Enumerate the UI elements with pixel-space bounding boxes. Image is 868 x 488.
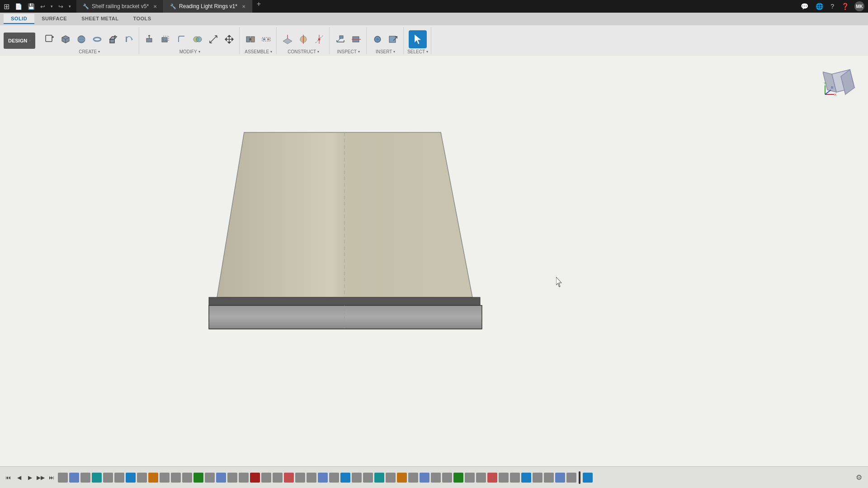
create-label[interactable]: CREATE ▾ [79, 49, 100, 54]
axis-btn[interactable] [296, 32, 311, 47]
assemble-label[interactable]: ASSEMBLE ▾ [245, 49, 272, 54]
tl-step-34[interactable] [431, 473, 441, 483]
undo-dropdown-icon[interactable]: ▾ [51, 4, 53, 9]
design-dropdown-btn[interactable]: DESIGN ▾ [4, 33, 35, 49]
tab-close-shelf[interactable]: ✕ [153, 4, 157, 9]
tl-step-43[interactable] [533, 473, 542, 483]
tl-step-47[interactable] [583, 473, 593, 483]
measure-btn[interactable] [333, 32, 348, 47]
revolve-btn[interactable] [122, 32, 136, 47]
tl-step-16[interactable] [227, 473, 237, 483]
select-btn[interactable] [409, 30, 427, 48]
tl-step-23[interactable] [307, 473, 316, 483]
3d-box-btn[interactable] [58, 32, 73, 47]
tl-step-3[interactable] [80, 473, 90, 483]
tl-step-39[interactable] [487, 473, 497, 483]
help-icon[interactable]: ❓ [840, 2, 851, 11]
section-btn[interactable] [349, 32, 363, 47]
step-forward-btn[interactable]: ▶▶ [36, 473, 45, 482]
construct-point-btn[interactable] [312, 32, 326, 47]
tl-step-40[interactable] [499, 473, 509, 483]
tl-step-4[interactable] [92, 473, 102, 483]
plane-btn[interactable] [280, 32, 295, 47]
step-back-btn[interactable]: ◀ [14, 473, 24, 482]
new-file-icon[interactable]: 📄 [15, 3, 22, 10]
tl-step-35[interactable] [442, 473, 452, 483]
tab-shelf-railing[interactable]: 🔧 Shelf railing bracket v5* ✕ [76, 0, 164, 13]
tl-step-38[interactable] [476, 473, 486, 483]
select-label[interactable]: SELECT ▾ [407, 49, 428, 54]
tl-step-30[interactable] [386, 473, 396, 483]
tl-step-12[interactable] [182, 473, 192, 483]
undo-icon[interactable]: ↩ [40, 3, 45, 10]
tab-sheet-metal[interactable]: SHEET METAL [74, 14, 126, 24]
tl-step-11[interactable] [171, 473, 181, 483]
new-sketch-btn[interactable] [42, 32, 57, 47]
tl-step-6[interactable] [114, 473, 124, 483]
extrude-btn[interactable] [106, 32, 120, 47]
redo-dropdown-icon[interactable]: ▾ [69, 4, 71, 9]
insert-svg-btn[interactable] [386, 32, 401, 47]
tl-step-14[interactable] [205, 473, 215, 483]
combine-btn[interactable] [190, 32, 205, 47]
push-pull-btn[interactable] [143, 32, 157, 47]
tl-step-22[interactable] [295, 473, 305, 483]
tab-close-reading[interactable]: ✕ [242, 4, 245, 9]
view-cube[interactable]: X Y B [823, 65, 859, 101]
tl-step-42[interactable] [521, 473, 531, 483]
construct-label[interactable]: CONSTRUCT ▾ [288, 49, 319, 54]
apps-icon[interactable]: ⊞ [4, 2, 9, 11]
redo-icon[interactable]: ↪ [58, 3, 63, 10]
tl-step-44[interactable] [544, 473, 554, 483]
tl-step-5[interactable] [103, 473, 113, 483]
network-icon[interactable]: 🌐 [814, 2, 825, 11]
modify-label[interactable]: MODIFY ▾ [179, 49, 200, 54]
insert-label[interactable]: INSERT ▾ [376, 49, 396, 54]
timeline-settings-btn[interactable]: ⚙ [854, 472, 864, 483]
tl-step-15[interactable] [216, 473, 226, 483]
insert-mesh-btn[interactable] [370, 32, 385, 47]
tl-step-37[interactable] [465, 473, 475, 483]
joint-btn[interactable] [243, 32, 258, 47]
tl-step-29[interactable] [374, 473, 384, 483]
tl-step-21[interactable] [284, 473, 294, 483]
tab-tools[interactable]: TOOLS [126, 14, 158, 24]
save-icon[interactable]: 💾 [28, 3, 35, 10]
tl-step-8[interactable] [137, 473, 147, 483]
offset-face-btn[interactable] [159, 32, 173, 47]
tl-step-7[interactable] [126, 473, 136, 483]
tl-step-26[interactable] [340, 473, 350, 483]
skip-first-btn[interactable]: ⏮ [4, 473, 13, 482]
tl-step-27[interactable] [352, 473, 362, 483]
sphere-btn[interactable] [74, 32, 89, 47]
tl-step-41[interactable] [510, 473, 520, 483]
tl-step-1[interactable] [58, 473, 68, 483]
rigid-group-btn[interactable] [259, 32, 274, 47]
tab-solid[interactable]: SOLID [4, 14, 34, 24]
tl-step-9[interactable] [148, 473, 158, 483]
tl-step-45[interactable] [555, 473, 565, 483]
play-btn[interactable]: ▶ [25, 473, 34, 482]
tl-step-33[interactable] [420, 473, 429, 483]
tl-step-10[interactable] [160, 473, 170, 483]
fillet-btn[interactable] [175, 32, 189, 47]
tab-surface[interactable]: SURFACE [34, 14, 74, 24]
scale-btn[interactable] [206, 32, 221, 47]
inspect-label[interactable]: INSPECT ▾ [337, 49, 360, 54]
tl-step-19[interactable] [261, 473, 271, 483]
tl-step-2[interactable] [69, 473, 79, 483]
tl-step-28[interactable] [363, 473, 373, 483]
tl-step-46[interactable] [566, 473, 576, 483]
tl-step-18[interactable] [250, 473, 260, 483]
chat-icon[interactable]: 💬 [799, 2, 810, 11]
tab-reading-light[interactable]: 🔧 Reading Light Rings v1* ✕ [164, 0, 252, 13]
main-canvas[interactable]: X Y B [0, 56, 868, 466]
tl-step-32[interactable] [408, 473, 418, 483]
user-avatar[interactable]: MK [854, 1, 864, 11]
tl-step-20[interactable] [273, 473, 283, 483]
help-question-icon[interactable]: ? [829, 2, 836, 11]
tl-step-25[interactable] [329, 473, 339, 483]
tl-step-31[interactable] [397, 473, 407, 483]
tl-step-17[interactable] [239, 473, 249, 483]
skip-last-btn[interactable]: ⏭ [47, 473, 56, 482]
